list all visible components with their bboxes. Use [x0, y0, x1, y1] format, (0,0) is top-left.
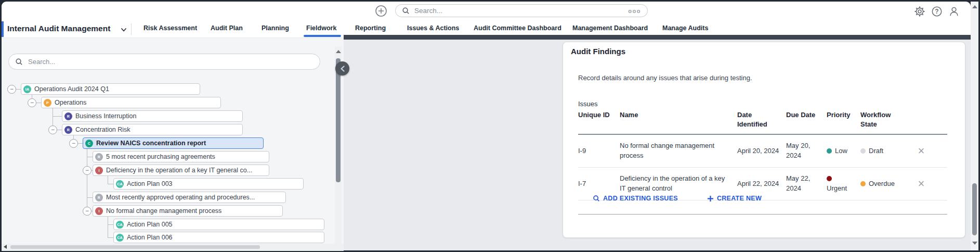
- tree-node-business-interruption[interactable]: R Business Interruption: [62, 110, 243, 122]
- tree-node-label: Operations Audit 2024 Q1: [34, 85, 109, 93]
- tree-node-action-plan-005[interactable]: CA Action Plan 005: [113, 219, 324, 230]
- tab-fieldwork[interactable]: Fieldwork: [306, 24, 336, 32]
- window-vertical-scrollbar[interactable]: [971, 2, 978, 250]
- tree-toggle-collapse[interactable]: −: [83, 207, 92, 216]
- tree-horizontal-scrollbar-thumb[interactable]: [10, 245, 260, 249]
- tree-node-purchasing-agreements[interactable]: R 5 most recent purchasing agreements: [93, 151, 269, 162]
- tree-connector: [108, 176, 108, 184]
- issue-date-identified: April 22, 2024: [737, 179, 786, 189]
- tab-audit-committee-dashboard[interactable]: Audit Committee Dashboard: [474, 24, 561, 32]
- remove-issue-icon[interactable]: ×: [918, 145, 925, 157]
- scroll-left-arrow[interactable]: [4, 245, 7, 249]
- tree-connector: [57, 130, 62, 130]
- tree-node-operations[interactable]: P Operations: [41, 97, 221, 108]
- tree-node-label: No formal change management process: [106, 207, 221, 215]
- issue-name: Deficiency in the operation of a key IT …: [620, 174, 737, 194]
- panel-collapse-handle[interactable]: [335, 61, 349, 75]
- nav-accent-bar: [2, 21, 4, 37]
- tree-node-action-plan-006[interactable]: CA Action Plan 006: [113, 232, 324, 243]
- nav-divider: [131, 23, 132, 35]
- tree-toggle-collapse[interactable]: −: [7, 85, 16, 94]
- tab-management-dashboard[interactable]: Management Dashboard: [572, 24, 648, 32]
- tab-audit-plan[interactable]: Audit Plan: [211, 24, 243, 32]
- workflow-state-dot: [860, 181, 866, 186]
- tab-issues-actions[interactable]: Issues & Actions: [407, 24, 459, 32]
- col-name: Name: [620, 110, 737, 120]
- tree-connector: [53, 108, 53, 125]
- tree-toggle-collapse[interactable]: −: [48, 125, 57, 134]
- risk-badge: R: [64, 126, 72, 134]
- issue-date-identified: April 20, 2024: [737, 146, 786, 156]
- tab-manage-audits[interactable]: Manage Audits: [662, 24, 708, 32]
- tree-connector: [108, 224, 113, 225]
- tree-node-operations-audit[interactable]: IA Operations Audit 2024 Q1: [21, 83, 200, 95]
- col-date-identified: Date Identified: [737, 110, 786, 129]
- issues-table-header: Unique ID Name Date Identified Due Date …: [578, 110, 947, 135]
- tree-connector: [87, 149, 87, 207]
- tree-connector: [73, 135, 74, 139]
- tree-node-label: Operations: [55, 99, 86, 106]
- issues-table: Unique ID Name Date Identified Due Date …: [578, 110, 947, 200]
- user-profile-icon[interactable]: [948, 6, 960, 17]
- tab-risk-assessment[interactable]: Risk Assessment: [143, 24, 197, 32]
- tree-node-label: Business Interruption: [75, 112, 136, 120]
- tree-toggle-collapse[interactable]: −: [83, 166, 92, 175]
- issues-section-label: Issues: [578, 100, 598, 108]
- tree-node-label: Action Plan 003: [127, 180, 173, 187]
- tree-node-label: Concentration Risk: [75, 126, 130, 133]
- issue-priority: Urgent: [827, 174, 860, 194]
- svg-text:?: ?: [935, 8, 938, 15]
- tree-node-label: Deficiency in the operation of a key IT …: [106, 167, 252, 174]
- priority-dot: [827, 148, 832, 154]
- card-description: Record details around any issues that ar…: [578, 74, 752, 82]
- search-icon: [593, 195, 600, 202]
- col-unique-id: Unique ID: [578, 110, 620, 120]
- col-priority: Priority: [827, 110, 860, 120]
- tree-connector: [32, 95, 32, 98]
- tree-toggle-collapse[interactable]: −: [28, 98, 36, 107]
- tree-node-concentration-risk[interactable]: R Concentration Risk: [62, 124, 243, 135]
- risk-badge: R: [64, 112, 72, 120]
- tree-node-review-naics-selected[interactable]: C Review NAICS concentration report: [83, 137, 264, 149]
- create-new-issue-button[interactable]: CREATE NEW: [707, 195, 762, 202]
- card-title: Audit Findings: [571, 47, 625, 56]
- chevron-down-icon[interactable]: [120, 26, 127, 33]
- tree-vertical-scrollbar-thumb[interactable]: [336, 58, 341, 182]
- scroll-up-arrow[interactable]: [336, 50, 341, 53]
- plus-icon: [707, 195, 714, 202]
- corrective-action-badge: CA: [116, 180, 124, 188]
- quick-add-icon[interactable]: [375, 5, 387, 17]
- remove-issue-icon[interactable]: ×: [918, 178, 925, 190]
- card-bottom-divider: [578, 214, 947, 215]
- settings-gear-icon[interactable]: [914, 6, 925, 17]
- global-search-input[interactable]: [413, 6, 624, 15]
- issue-row-i9[interactable]: I-9 No formal change management process …: [578, 135, 947, 168]
- issue-workflow-state: Overdue: [860, 179, 908, 189]
- tree-search: [8, 54, 320, 70]
- tree-node-no-formal-change-issue[interactable]: I No formal change management process: [93, 205, 283, 217]
- tree-node-deficiency-issue[interactable]: I Deficiency in the operation of a key I…: [93, 165, 269, 176]
- active-tab-indicator: [304, 35, 341, 37]
- tree-node-operating-procedures[interactable]: R Most recently approved operating and p…: [93, 192, 286, 203]
- process-badge: P: [44, 99, 51, 107]
- issue-badge: I: [95, 207, 103, 215]
- add-existing-issues-button[interactable]: ADD EXISTING ISSUES: [593, 195, 678, 202]
- tree-node-label: Most recently approved operating and pro…: [106, 194, 255, 201]
- issue-unique-id: I-7: [578, 179, 620, 189]
- issue-name: No formal change management process: [620, 141, 737, 161]
- tab-planning[interactable]: Planning: [262, 24, 289, 32]
- scroll-down-arrow[interactable]: [972, 242, 977, 245]
- tree-node-label: Action Plan 006: [127, 234, 173, 241]
- tree-node-label: Action Plan 005: [127, 221, 173, 228]
- tree-connector: [108, 184, 113, 184]
- scroll-up-arrow[interactable]: [972, 5, 977, 8]
- window-scrollbar-thumb[interactable]: [972, 183, 977, 235]
- app-switcher[interactable]: Internal Audit Management: [7, 24, 110, 33]
- tree-search-input[interactable]: [27, 57, 313, 66]
- tab-reporting[interactable]: Reporting: [355, 24, 386, 32]
- tree-connector: [108, 237, 113, 238]
- corrective-action-badge: CA: [116, 221, 124, 229]
- help-icon[interactable]: ?: [931, 6, 943, 17]
- tree-toggle-collapse[interactable]: −: [69, 139, 78, 148]
- tree-node-action-plan-003[interactable]: CA Action Plan 003: [113, 178, 304, 190]
